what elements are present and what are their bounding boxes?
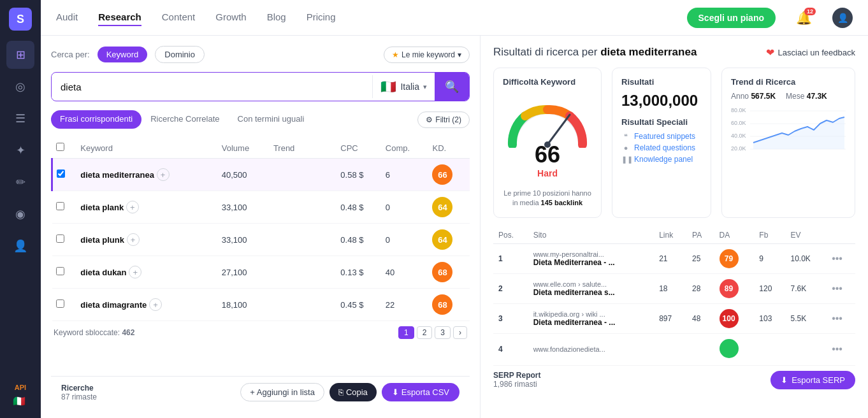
- sidebar-item-dashboard[interactable]: ⊞: [6, 41, 34, 69]
- page-1-button[interactable]: 1: [398, 326, 414, 339]
- col-cpc: CPC: [336, 138, 382, 159]
- add-keyword-button[interactable]: +: [149, 298, 162, 311]
- difficolta-title: Difficoltà Keyword: [503, 77, 592, 87]
- sidebar-item-target[interactable]: ◎: [6, 73, 34, 101]
- serp-more-button[interactable]: •••: [832, 283, 843, 294]
- magic-icon: ✦: [16, 143, 25, 157]
- nav-blog[interactable]: Blog: [267, 9, 286, 26]
- table-row: dieta mediterranea + 40,500 0.58 $ 6 66: [52, 159, 470, 191]
- tab-ricerche-correlate[interactable]: Ricerche Correlate: [141, 110, 228, 129]
- add-keyword-button[interactable]: +: [157, 168, 170, 181]
- risultati-value: 13,000,000: [621, 92, 702, 110]
- row-checkbox[interactable]: [56, 202, 64, 210]
- keyword-button[interactable]: Keyword: [98, 47, 148, 62]
- serp-row: 4 www.fondazionedieta... •••: [493, 333, 855, 365]
- sidebar-item-magic[interactable]: ✦: [6, 136, 34, 164]
- speciali-link[interactable]: Knowledge panel: [634, 155, 693, 164]
- table-footer: Keyword sbloccate: 462 1 2 3 ›: [51, 321, 470, 339]
- sidebar-item-edit[interactable]: ✏: [6, 168, 34, 196]
- serp-more-button[interactable]: •••: [832, 253, 843, 264]
- cerca-label: Cerca per:: [51, 50, 90, 59]
- search-button[interactable]: 🔍: [435, 73, 469, 101]
- nav-audit[interactable]: Audit: [56, 9, 78, 26]
- esporta-csv-button[interactable]: ⬇ Esporta CSV: [382, 383, 459, 401]
- page-next-button[interactable]: ›: [453, 326, 467, 339]
- serp-row: 3 it.wikipedia.org › wiki ... Dieta medi…: [493, 303, 855, 333]
- avatar-button[interactable]: 👤: [832, 8, 853, 28]
- page-2-button[interactable]: 2: [417, 326, 433, 339]
- row-checkbox[interactable]: [56, 267, 64, 275]
- col-comp: Comp.: [382, 138, 429, 159]
- da-badge: [720, 339, 739, 358]
- gauge-number: 66: [535, 141, 560, 168]
- sidebar-logo[interactable]: S: [9, 8, 32, 31]
- scegli-piano-button[interactable]: Scegli un piano: [687, 8, 776, 28]
- copia-button[interactable]: ⎘ Copia: [329, 383, 377, 401]
- nav-content[interactable]: Content: [162, 9, 196, 26]
- serp-da: [714, 333, 755, 365]
- country-selector[interactable]: 🇮🇹 Italia ▾: [373, 79, 435, 94]
- filtri-button[interactable]: ⚙ Filtri (2): [417, 112, 470, 128]
- keyword-volume: 27,100: [218, 256, 270, 289]
- search-input[interactable]: [52, 75, 372, 99]
- row-checkbox[interactable]: [57, 169, 65, 178]
- row-checkbox[interactable]: [56, 299, 64, 308]
- keyword-volume: 18,100: [218, 289, 270, 321]
- difficolta-card: Difficoltà Keyword: [493, 68, 602, 218]
- serp-table: Pos. Sito Link PA DA Fb EV 1 www.my-pers…: [493, 227, 855, 366]
- select-all-checkbox[interactable]: [56, 143, 64, 151]
- nav-research[interactable]: Research: [98, 9, 141, 26]
- dominio-button[interactable]: Dominio: [155, 46, 205, 63]
- sidebar-item-circle[interactable]: ◉: [6, 200, 34, 228]
- speciali-icon: ❚❚: [621, 155, 630, 164]
- keyword-name: dieta dukan: [80, 268, 126, 277]
- pencil-icon: ✏: [16, 175, 25, 189]
- sidebar-item-user[interactable]: 👤: [6, 232, 34, 260]
- keyword-cpc: 0.13 $: [336, 256, 382, 289]
- speciali-link[interactable]: Featured snippets: [634, 132, 695, 141]
- add-keyword-button[interactable]: +: [127, 233, 140, 246]
- serp-link: [654, 333, 687, 365]
- avatar-icon: 👤: [837, 13, 848, 23]
- row-checkbox[interactable]: [56, 234, 64, 243]
- add-keyword-button[interactable]: +: [129, 266, 141, 278]
- nav-growth[interactable]: Growth: [215, 9, 246, 26]
- serp-title: Dieta Mediterranea - ...: [533, 258, 649, 267]
- speciali-link[interactable]: Related questions: [634, 143, 695, 152]
- risultati-card: Risultati 13,000,000 Risultati Speciali …: [612, 68, 711, 218]
- tab-frasi-corrispondenti[interactable]: Frasi corrispondenti: [51, 110, 141, 129]
- keyword-trend: [270, 224, 336, 256]
- keyword-volume: 40,500: [218, 159, 270, 191]
- serp-col-link: Link: [654, 227, 687, 244]
- sidebar-item-list[interactable]: ☰: [6, 104, 34, 133]
- mie-keyword-button[interactable]: ★ Le mie keyword ▾: [384, 47, 470, 63]
- language-flag[interactable]: 🇮🇹: [13, 395, 28, 410]
- esporta-serp-button[interactable]: ⬇ Esporta SERP: [770, 371, 855, 389]
- serp-col-da: DA: [714, 227, 755, 244]
- serp-site: it.wikipedia.org › wiki ... Dieta medite…: [528, 303, 655, 333]
- gauge-container: 66 Hard: [503, 92, 592, 184]
- user-icon: 👤: [13, 239, 27, 253]
- page-3-button[interactable]: 3: [435, 326, 451, 339]
- serp-row: 2 www.elle.com › salute... Dieta mediter…: [493, 273, 855, 303]
- aggiungi-lista-button[interactable]: + Aggiungi in lista: [240, 383, 324, 401]
- keyword-kd: 68: [428, 256, 470, 289]
- serp-more-button[interactable]: •••: [832, 343, 843, 355]
- add-keyword-button[interactable]: +: [126, 201, 139, 213]
- serp-col-ev: EV: [786, 227, 827, 244]
- serp-col-fb: Fb: [754, 227, 785, 244]
- svg-text:40.0K: 40.0K: [731, 133, 746, 139]
- keyword-kd: 66: [428, 159, 470, 191]
- serp-fb: 9: [754, 243, 785, 273]
- notifications-button[interactable]: 🔔 12: [796, 10, 812, 25]
- trend-title: Trend di Ricerca: [731, 77, 846, 87]
- download-icon: ⬇: [781, 375, 788, 385]
- feedback-button[interactable]: ❤ Lasciaci un feedback: [766, 47, 855, 59]
- serp-more-button[interactable]: •••: [832, 313, 843, 324]
- keyword-kd: 68: [428, 289, 470, 321]
- keyword-kd: 64: [428, 191, 470, 224]
- country-label: Italia: [400, 82, 419, 92]
- tab-con-termini-uguali[interactable]: Con termini uguali: [229, 110, 314, 129]
- nav-pricing[interactable]: Pricing: [307, 9, 336, 26]
- serp-da: 100: [714, 303, 755, 333]
